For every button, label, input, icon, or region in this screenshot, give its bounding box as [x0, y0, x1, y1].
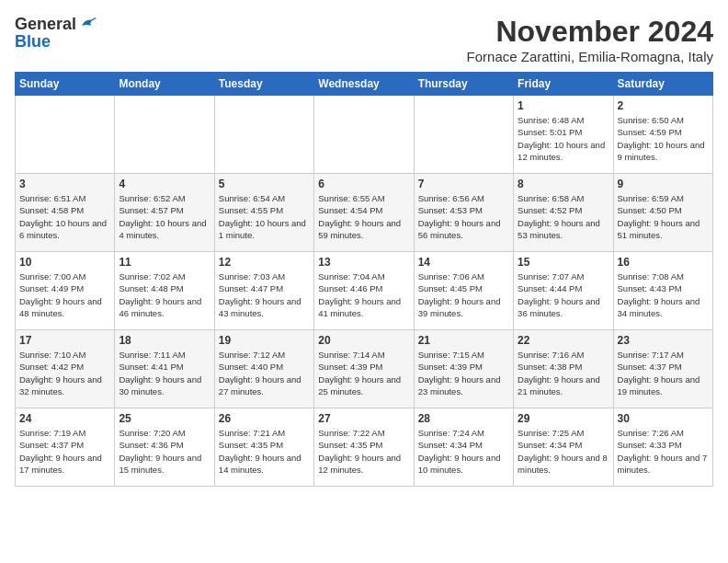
day-info: Sunrise: 6:55 AM Sunset: 4:54 PM Dayligh…	[318, 192, 409, 241]
day-info: Sunrise: 7:14 AM Sunset: 4:39 PM Dayligh…	[318, 349, 409, 397]
calendar-cell: 6Sunrise: 6:55 AM Sunset: 4:54 PM Daylig…	[314, 174, 414, 252]
calendar-cell: 12Sunrise: 7:03 AM Sunset: 4:47 PM Dayli…	[214, 252, 313, 330]
weekday-header-thursday: Thursday	[414, 73, 513, 96]
day-number: 25	[119, 412, 210, 425]
calendar-week-row: 3Sunrise: 6:51 AM Sunset: 4:58 PM Daylig…	[16, 174, 713, 252]
weekday-header-monday: Monday	[115, 73, 214, 96]
day-info: Sunrise: 7:24 AM Sunset: 4:34 PM Dayligh…	[418, 427, 509, 476]
calendar-cell: 5Sunrise: 6:54 AM Sunset: 4:55 PM Daylig…	[214, 174, 313, 252]
day-info: Sunrise: 7:26 AM Sunset: 4:33 PM Dayligh…	[618, 427, 709, 476]
day-number: 12	[219, 256, 310, 269]
day-number: 8	[518, 178, 609, 190]
day-info: Sunrise: 6:51 AM Sunset: 4:58 PM Dayligh…	[19, 192, 110, 241]
calendar-cell: 22Sunrise: 7:16 AM Sunset: 4:38 PM Dayli…	[514, 330, 613, 408]
month-title: November 2024	[467, 15, 713, 49]
calendar-cell: 1Sunrise: 6:48 AM Sunset: 5:01 PM Daylig…	[514, 96, 613, 174]
calendar-cell: 27Sunrise: 7:22 AM Sunset: 4:35 PM Dayli…	[314, 408, 414, 487]
day-info: Sunrise: 7:11 AM Sunset: 4:41 PM Dayligh…	[119, 349, 210, 397]
day-info: Sunrise: 6:48 AM Sunset: 5:01 PM Dayligh…	[518, 114, 609, 163]
day-info: Sunrise: 7:03 AM Sunset: 4:47 PM Dayligh…	[219, 270, 310, 319]
calendar-cell: 13Sunrise: 7:04 AM Sunset: 4:46 PM Dayli…	[314, 252, 414, 330]
calendar-cell: 17Sunrise: 7:10 AM Sunset: 4:42 PM Dayli…	[16, 330, 115, 408]
calendar-week-row: 10Sunrise: 7:00 AM Sunset: 4:49 PM Dayli…	[16, 252, 713, 330]
day-number: 18	[119, 334, 210, 347]
weekday-header-sunday: Sunday	[16, 73, 115, 96]
calendar-cell	[16, 96, 115, 174]
day-number: 29	[518, 412, 609, 425]
calendar-table: SundayMondayTuesdayWednesdayThursdayFrid…	[15, 72, 713, 487]
day-info: Sunrise: 7:10 AM Sunset: 4:42 PM Dayligh…	[19, 349, 110, 397]
day-number: 13	[318, 256, 409, 269]
title-area: November 2024 Fornace Zarattini, Emilia-…	[467, 15, 713, 64]
logo-blue: Blue	[15, 33, 51, 50]
day-info: Sunrise: 7:22 AM Sunset: 4:35 PM Dayligh…	[318, 427, 409, 476]
calendar-week-row: 1Sunrise: 6:48 AM Sunset: 5:01 PM Daylig…	[16, 96, 713, 174]
calendar-cell: 15Sunrise: 7:07 AM Sunset: 4:44 PM Dayli…	[514, 252, 613, 330]
calendar-cell: 14Sunrise: 7:06 AM Sunset: 4:45 PM Dayli…	[414, 252, 513, 330]
weekday-header-row: SundayMondayTuesdayWednesdayThursdayFrid…	[16, 73, 713, 96]
calendar-week-row: 24Sunrise: 7:19 AM Sunset: 4:37 PM Dayli…	[16, 408, 713, 487]
calendar-cell: 10Sunrise: 7:00 AM Sunset: 4:49 PM Dayli…	[16, 252, 115, 330]
day-number: 3	[19, 178, 110, 190]
day-number: 17	[19, 334, 110, 347]
day-number: 4	[119, 178, 210, 190]
day-info: Sunrise: 7:04 AM Sunset: 4:46 PM Dayligh…	[318, 270, 409, 319]
calendar-cell: 2Sunrise: 6:50 AM Sunset: 4:59 PM Daylig…	[613, 96, 712, 174]
day-info: Sunrise: 6:54 AM Sunset: 4:55 PM Dayligh…	[219, 192, 310, 241]
day-info: Sunrise: 7:16 AM Sunset: 4:38 PM Dayligh…	[518, 349, 609, 397]
day-number: 28	[418, 412, 509, 425]
day-info: Sunrise: 6:56 AM Sunset: 4:53 PM Dayligh…	[418, 192, 509, 241]
calendar-cell: 29Sunrise: 7:25 AM Sunset: 4:34 PM Dayli…	[514, 408, 613, 487]
logo-general: General	[15, 16, 76, 32]
weekday-header-saturday: Saturday	[613, 73, 712, 96]
day-number: 5	[219, 178, 310, 190]
day-info: Sunrise: 7:06 AM Sunset: 4:45 PM Dayligh…	[418, 270, 509, 319]
location-title: Fornace Zarattini, Emilia-Romagna, Italy	[467, 49, 713, 64]
calendar-cell: 18Sunrise: 7:11 AM Sunset: 4:41 PM Dayli…	[115, 330, 214, 408]
logo-bird-icon	[78, 13, 98, 33]
day-number: 2	[618, 99, 709, 112]
day-number: 27	[318, 412, 409, 425]
day-info: Sunrise: 7:15 AM Sunset: 4:39 PM Dayligh…	[418, 349, 509, 397]
calendar-cell: 28Sunrise: 7:24 AM Sunset: 4:34 PM Dayli…	[414, 408, 513, 487]
calendar-cell: 3Sunrise: 6:51 AM Sunset: 4:58 PM Daylig…	[16, 174, 115, 252]
calendar-cell	[115, 96, 214, 174]
day-number: 20	[318, 334, 409, 347]
day-info: Sunrise: 6:58 AM Sunset: 4:52 PM Dayligh…	[518, 192, 609, 241]
day-number: 21	[418, 334, 509, 347]
day-number: 26	[219, 412, 310, 425]
day-number: 19	[219, 334, 310, 347]
day-number: 7	[418, 178, 509, 190]
calendar-cell: 24Sunrise: 7:19 AM Sunset: 4:37 PM Dayli…	[16, 408, 115, 487]
calendar-cell: 9Sunrise: 6:59 AM Sunset: 4:50 PM Daylig…	[613, 174, 712, 252]
day-info: Sunrise: 7:21 AM Sunset: 4:35 PM Dayligh…	[219, 427, 310, 476]
day-info: Sunrise: 6:52 AM Sunset: 4:57 PM Dayligh…	[119, 192, 210, 241]
day-info: Sunrise: 7:00 AM Sunset: 4:49 PM Dayligh…	[19, 270, 110, 319]
day-number: 1	[518, 99, 609, 112]
calendar-cell: 11Sunrise: 7:02 AM Sunset: 4:48 PM Dayli…	[115, 252, 214, 330]
calendar-cell: 23Sunrise: 7:17 AM Sunset: 4:37 PM Dayli…	[613, 330, 712, 408]
day-number: 15	[518, 256, 609, 269]
day-number: 24	[19, 412, 110, 425]
calendar-cell: 21Sunrise: 7:15 AM Sunset: 4:39 PM Dayli…	[414, 330, 513, 408]
weekday-header-tuesday: Tuesday	[214, 73, 313, 96]
day-info: Sunrise: 7:25 AM Sunset: 4:34 PM Dayligh…	[518, 427, 609, 476]
calendar-cell	[314, 96, 414, 174]
calendar-week-row: 17Sunrise: 7:10 AM Sunset: 4:42 PM Dayli…	[16, 330, 713, 408]
day-info: Sunrise: 6:59 AM Sunset: 4:50 PM Dayligh…	[618, 192, 709, 241]
calendar-cell	[414, 96, 513, 174]
calendar-cell: 7Sunrise: 6:56 AM Sunset: 4:53 PM Daylig…	[414, 174, 513, 252]
day-info: Sunrise: 7:12 AM Sunset: 4:40 PM Dayligh…	[219, 349, 310, 397]
day-info: Sunrise: 7:08 AM Sunset: 4:43 PM Dayligh…	[618, 270, 709, 319]
calendar-cell: 25Sunrise: 7:20 AM Sunset: 4:36 PM Dayli…	[115, 408, 214, 487]
day-number: 23	[618, 334, 709, 347]
day-number: 9	[618, 178, 709, 190]
day-info: Sunrise: 7:07 AM Sunset: 4:44 PM Dayligh…	[518, 270, 609, 319]
day-number: 11	[119, 256, 210, 269]
page-header: General Blue November 2024 Fornace Zarat…	[15, 15, 713, 64]
calendar-cell: 20Sunrise: 7:14 AM Sunset: 4:39 PM Dayli…	[314, 330, 414, 408]
calendar-cell: 16Sunrise: 7:08 AM Sunset: 4:43 PM Dayli…	[613, 252, 712, 330]
calendar-cell: 30Sunrise: 7:26 AM Sunset: 4:33 PM Dayli…	[613, 408, 712, 487]
day-info: Sunrise: 6:50 AM Sunset: 4:59 PM Dayligh…	[618, 114, 709, 163]
day-number: 10	[19, 256, 110, 269]
